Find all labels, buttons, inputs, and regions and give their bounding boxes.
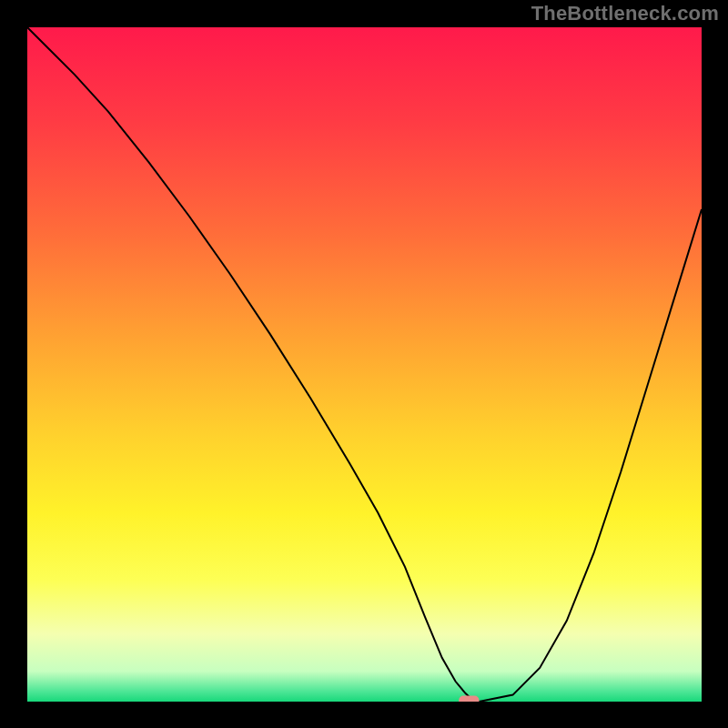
optimum-marker xyxy=(459,695,479,702)
chart-svg xyxy=(27,27,702,702)
watermark-text: TheBottleneck.com xyxy=(531,2,719,25)
chart-background-gradient xyxy=(27,27,702,702)
bottleneck-chart xyxy=(27,27,702,702)
